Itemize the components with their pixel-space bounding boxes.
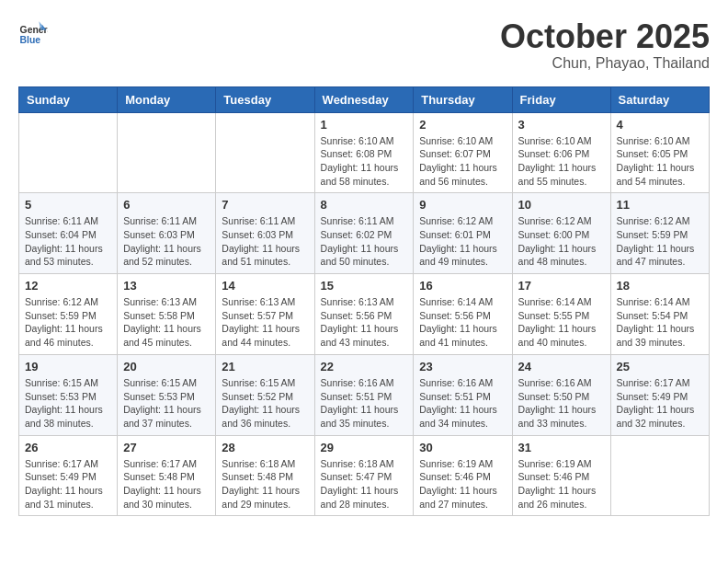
calendar-cell: 24Sunrise: 6:16 AM Sunset: 5:50 PM Dayli… (512, 354, 610, 435)
calendar-cell: 9Sunrise: 6:12 AM Sunset: 6:01 PM Daylig… (414, 193, 512, 274)
calendar-cell: 28Sunrise: 6:18 AM Sunset: 5:48 PM Dayli… (216, 435, 314, 516)
weekday-header-sunday: Sunday (19, 86, 118, 112)
day-number: 15 (321, 279, 408, 293)
day-info: Sunrise: 6:18 AM Sunset: 5:48 PM Dayligh… (222, 457, 308, 511)
day-info: Sunrise: 6:15 AM Sunset: 5:53 PM Dayligh… (25, 376, 111, 431)
calendar-cell (216, 112, 314, 193)
month-title: October 2025 (500, 18, 710, 55)
calendar-cell: 14Sunrise: 6:13 AM Sunset: 5:57 PM Dayli… (216, 274, 314, 355)
day-number: 18 (617, 279, 703, 293)
calendar-cell: 18Sunrise: 6:14 AM Sunset: 5:54 PM Dayli… (610, 274, 709, 355)
day-info: Sunrise: 6:11 AM Sunset: 6:03 PM Dayligh… (222, 214, 308, 269)
day-info: Sunrise: 6:10 AM Sunset: 6:06 PM Dayligh… (518, 134, 605, 189)
calendar-cell: 3Sunrise: 6:10 AM Sunset: 6:06 PM Daylig… (512, 112, 610, 193)
day-number: 10 (518, 198, 605, 212)
day-number: 12 (25, 279, 111, 293)
calendar-cell (19, 112, 118, 193)
calendar-cell: 6Sunrise: 6:11 AM Sunset: 6:03 PM Daylig… (118, 193, 216, 274)
calendar-cell: 5Sunrise: 6:11 AM Sunset: 6:04 PM Daylig… (19, 193, 118, 274)
calendar-cell (610, 435, 709, 516)
day-number: 7 (222, 198, 308, 212)
calendar-week-4: 19Sunrise: 6:15 AM Sunset: 5:53 PM Dayli… (19, 354, 710, 435)
day-info: Sunrise: 6:13 AM Sunset: 5:58 PM Dayligh… (123, 295, 210, 350)
day-info: Sunrise: 6:14 AM Sunset: 5:54 PM Dayligh… (617, 295, 703, 350)
day-info: Sunrise: 6:14 AM Sunset: 5:56 PM Dayligh… (419, 295, 506, 350)
calendar-cell: 25Sunrise: 6:17 AM Sunset: 5:49 PM Dayli… (610, 354, 709, 435)
weekday-header-wednesday: Wednesday (314, 86, 414, 112)
day-info: Sunrise: 6:15 AM Sunset: 5:53 PM Dayligh… (123, 376, 210, 431)
calendar-cell: 30Sunrise: 6:19 AM Sunset: 5:46 PM Dayli… (414, 435, 512, 516)
day-number: 4 (617, 118, 703, 132)
calendar-cell: 1Sunrise: 6:10 AM Sunset: 6:08 PM Daylig… (314, 112, 414, 193)
calendar-cell: 17Sunrise: 6:14 AM Sunset: 5:55 PM Dayli… (512, 274, 610, 355)
day-number: 21 (222, 360, 308, 373)
page-header: General Blue October 2025 Chun, Phayao, … (18, 18, 710, 72)
weekday-header-saturday: Saturday (610, 86, 709, 112)
calendar-cell: 12Sunrise: 6:12 AM Sunset: 5:59 PM Dayli… (19, 274, 118, 355)
day-number: 22 (321, 360, 408, 373)
calendar-cell: 23Sunrise: 6:16 AM Sunset: 5:51 PM Dayli… (414, 354, 512, 435)
calendar-cell (118, 112, 216, 193)
calendar-cell: 19Sunrise: 6:15 AM Sunset: 5:53 PM Dayli… (19, 354, 118, 435)
calendar-cell: 10Sunrise: 6:12 AM Sunset: 6:00 PM Dayli… (512, 193, 610, 274)
calendar-cell: 27Sunrise: 6:17 AM Sunset: 5:48 PM Dayli… (118, 435, 216, 516)
weekday-header-thursday: Thursday (414, 86, 512, 112)
svg-text:Blue: Blue (20, 35, 41, 45)
day-info: Sunrise: 6:11 AM Sunset: 6:04 PM Dayligh… (25, 214, 111, 269)
day-info: Sunrise: 6:17 AM Sunset: 5:48 PM Dayligh… (123, 457, 210, 511)
day-number: 23 (419, 360, 506, 373)
day-info: Sunrise: 6:13 AM Sunset: 5:56 PM Dayligh… (321, 295, 408, 350)
day-info: Sunrise: 6:12 AM Sunset: 5:59 PM Dayligh… (617, 214, 703, 269)
day-number: 14 (222, 279, 308, 293)
logo: General Blue (18, 18, 48, 48)
day-number: 27 (123, 441, 210, 454)
day-number: 3 (518, 118, 605, 132)
day-info: Sunrise: 6:14 AM Sunset: 5:55 PM Dayligh… (518, 295, 605, 350)
calendar-table: SundayMondayTuesdayWednesdayThursdayFrid… (18, 86, 710, 517)
day-number: 11 (617, 198, 703, 212)
day-info: Sunrise: 6:16 AM Sunset: 5:51 PM Dayligh… (321, 376, 408, 431)
day-info: Sunrise: 6:17 AM Sunset: 5:49 PM Dayligh… (25, 457, 111, 511)
calendar-week-3: 12Sunrise: 6:12 AM Sunset: 5:59 PM Dayli… (19, 274, 710, 355)
day-number: 30 (419, 441, 506, 454)
day-info: Sunrise: 6:12 AM Sunset: 6:01 PM Dayligh… (419, 214, 506, 269)
calendar-cell: 11Sunrise: 6:12 AM Sunset: 5:59 PM Dayli… (610, 193, 709, 274)
day-number: 31 (518, 441, 605, 454)
weekday-header-tuesday: Tuesday (216, 86, 314, 112)
title-block: October 2025 Chun, Phayao, Thailand (500, 18, 710, 72)
weekday-header-friday: Friday (512, 86, 610, 112)
day-info: Sunrise: 6:16 AM Sunset: 5:50 PM Dayligh… (518, 376, 605, 431)
day-info: Sunrise: 6:16 AM Sunset: 5:51 PM Dayligh… (419, 376, 506, 431)
calendar-week-1: 1Sunrise: 6:10 AM Sunset: 6:08 PM Daylig… (19, 112, 710, 193)
day-number: 17 (518, 279, 605, 293)
calendar-cell: 26Sunrise: 6:17 AM Sunset: 5:49 PM Dayli… (19, 435, 118, 516)
calendar-cell: 15Sunrise: 6:13 AM Sunset: 5:56 PM Dayli… (314, 274, 414, 355)
calendar-cell: 20Sunrise: 6:15 AM Sunset: 5:53 PM Dayli… (118, 354, 216, 435)
day-number: 20 (123, 360, 210, 373)
day-info: Sunrise: 6:19 AM Sunset: 5:46 PM Dayligh… (518, 457, 605, 511)
day-number: 6 (123, 198, 210, 212)
calendar-cell: 2Sunrise: 6:10 AM Sunset: 6:07 PM Daylig… (414, 112, 512, 193)
day-info: Sunrise: 6:18 AM Sunset: 5:47 PM Dayligh… (321, 457, 408, 511)
day-number: 28 (222, 441, 308, 454)
logo-icon: General Blue (18, 18, 48, 48)
day-info: Sunrise: 6:10 AM Sunset: 6:08 PM Dayligh… (321, 134, 408, 189)
location-subtitle: Chun, Phayao, Thailand (500, 55, 710, 72)
day-number: 24 (518, 360, 605, 373)
calendar-cell: 7Sunrise: 6:11 AM Sunset: 6:03 PM Daylig… (216, 193, 314, 274)
day-number: 29 (321, 441, 408, 454)
weekday-header-row: SundayMondayTuesdayWednesdayThursdayFrid… (19, 86, 710, 112)
calendar-cell: 13Sunrise: 6:13 AM Sunset: 5:58 PM Dayli… (118, 274, 216, 355)
calendar-cell: 21Sunrise: 6:15 AM Sunset: 5:52 PM Dayli… (216, 354, 314, 435)
day-info: Sunrise: 6:19 AM Sunset: 5:46 PM Dayligh… (419, 457, 506, 511)
calendar-week-5: 26Sunrise: 6:17 AM Sunset: 5:49 PM Dayli… (19, 435, 710, 516)
day-number: 16 (419, 279, 506, 293)
calendar-cell: 16Sunrise: 6:14 AM Sunset: 5:56 PM Dayli… (414, 274, 512, 355)
day-info: Sunrise: 6:10 AM Sunset: 6:07 PM Dayligh… (419, 134, 506, 189)
day-number: 13 (123, 279, 210, 293)
calendar-cell: 8Sunrise: 6:11 AM Sunset: 6:02 PM Daylig… (314, 193, 414, 274)
day-number: 5 (25, 198, 111, 212)
day-info: Sunrise: 6:15 AM Sunset: 5:52 PM Dayligh… (222, 376, 308, 431)
day-info: Sunrise: 6:13 AM Sunset: 5:57 PM Dayligh… (222, 295, 308, 350)
day-number: 19 (25, 360, 111, 373)
